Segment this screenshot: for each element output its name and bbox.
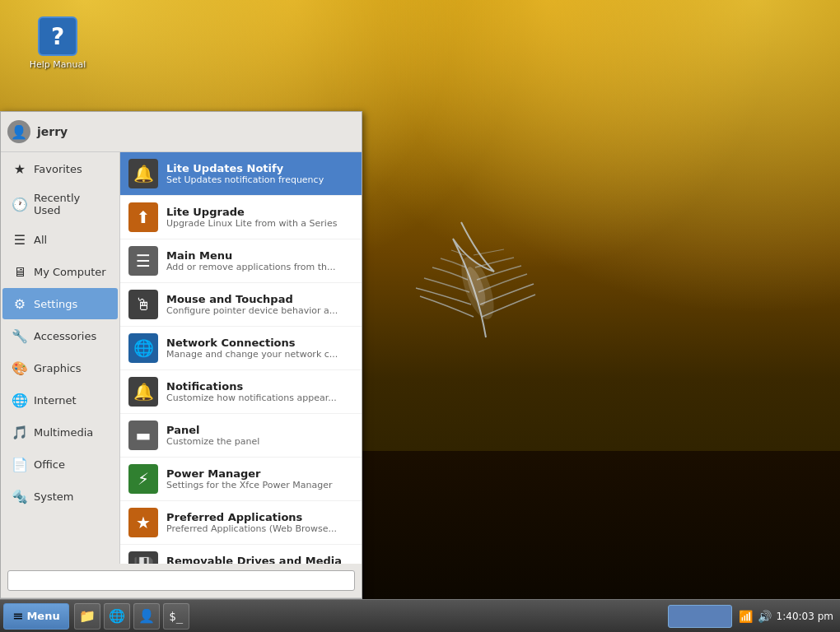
power-manager-icon: ⚡ — [128, 464, 158, 494]
lite-updates-notify-name: Lite Updates Notify — [166, 162, 353, 174]
power-manager-desc: Settings for the Xfce Power Manager — [166, 480, 353, 490]
user-manager-icon: 👤 — [138, 608, 155, 624]
main-menu-name: Main Menu — [166, 249, 353, 262]
removable-drives-name: Removable Drives and Media — [166, 555, 353, 564]
app-item-removable-drives[interactable]: 💾 Removable Drives and Media Configure m… — [120, 545, 362, 564]
app-item-lite-upgrade[interactable]: ⬆ Lite Upgrade Upgrade Linux Lite from w… — [120, 196, 362, 239]
taskbar-systray: 📶 🔊 1:40:03 pm — [732, 610, 840, 623]
recently-used-label: Recently Used — [34, 192, 110, 216]
system-label: System — [34, 490, 73, 503]
start-label: Menu — [26, 610, 59, 622]
help-manual-label: Help Manual — [30, 59, 86, 70]
my-computer-icon: 🖥 — [11, 263, 29, 281]
mouse-touchpad-icon: 🖱 — [128, 290, 158, 319]
power-manager-name: Power Manager — [166, 467, 353, 480]
app-item-panel[interactable]: ▬ Panel Customize the panel — [120, 414, 362, 458]
favorites-label: Favorites — [34, 163, 82, 175]
lite-upgrade-name: Lite Upgrade — [166, 206, 353, 218]
network-connections-name: Network Connections — [166, 337, 353, 349]
menu-search-bar — [1, 564, 362, 598]
sidebar-item-settings[interactable]: ⚙ Settings — [2, 288, 118, 319]
app-item-preferred-applications[interactable]: ★ Preferred Applications Preferred Appli… — [120, 501, 362, 545]
search-input[interactable] — [7, 570, 355, 591]
sidebar-item-internet[interactable]: 🌐 Internet — [2, 384, 118, 416]
user-avatar: 👤 — [7, 120, 30, 143]
notifications-desc: Customize how notifications appear... — [166, 393, 353, 403]
notifications-icon: 🔔 — [128, 377, 158, 407]
recently-used-icon: 🕐 — [11, 195, 29, 213]
app-item-lite-updates-notify[interactable]: 🔔 Lite Updates Notify Set Updates notifi… — [120, 152, 362, 196]
taskbar-web-browser[interactable]: 🌐 — [104, 603, 130, 630]
taskbar-user-manager[interactable]: 👤 — [133, 603, 160, 630]
help-manual-icon[interactable]: ? Help Manual — [25, 16, 91, 70]
menu-sidebar: ★ Favorites 🕐 Recently Used ☰ All 🖥 My C… — [1, 152, 120, 564]
sidebar-item-favorites[interactable]: ★ Favorites — [2, 153, 118, 184]
internet-icon: 🌐 — [11, 391, 29, 409]
my-computer-label: My Computer — [34, 266, 106, 278]
menu-user-header: 👤 jerry — [1, 112, 362, 152]
network-icon[interactable]: 📶 — [739, 610, 753, 623]
accessories-icon: 🔧 — [11, 327, 29, 345]
mouse-touchpad-desc: Configure pointer device behavior a... — [166, 305, 353, 316]
taskbar-file-manager[interactable]: 📁 — [74, 603, 100, 630]
graphics-icon: 🎨 — [11, 359, 29, 377]
sidebar-item-accessories[interactable]: 🔧 Accessories — [2, 320, 118, 351]
removable-drives-icon: 💾 — [128, 551, 158, 564]
sidebar-item-multimedia[interactable]: 🎵 Multimedia — [2, 416, 118, 448]
active-window[interactable] — [668, 605, 732, 628]
username: jerry — [37, 125, 68, 138]
notifications-info: Notifications Customize how notification… — [166, 380, 353, 403]
settings-label: Settings — [34, 298, 77, 310]
taskbar: ≡ Menu 📁 🌐 👤 $_ 📶 🔊 1:40:03 pm — [0, 599, 840, 632]
web-browser-icon: 🌐 — [109, 608, 125, 624]
preferred-applications-icon: ★ — [128, 508, 158, 537]
help-manual-img: ? — [38, 16, 77, 56]
file-manager-icon: 📁 — [79, 608, 96, 624]
sidebar-item-graphics[interactable]: 🎨 Graphics — [2, 352, 118, 383]
main-menu-icon: ☰ — [128, 246, 158, 276]
accessories-label: Accessories — [34, 330, 96, 342]
settings-icon: ⚙ — [11, 295, 29, 313]
application-menu: 👤 jerry ★ Favorites 🕐 Recently Used ☰ Al… — [0, 111, 362, 599]
app-item-network-connections[interactable]: 🌐 Network Connections Manage and change … — [120, 327, 362, 370]
multimedia-icon: 🎵 — [11, 423, 29, 441]
menu-apps-panel: 🔔 Lite Updates Notify Set Updates notifi… — [120, 152, 362, 564]
volume-icon[interactable]: 🔊 — [758, 610, 772, 623]
mouse-touchpad-info: Mouse and Touchpad Configure pointer dev… — [166, 293, 353, 316]
sidebar-item-recently-used[interactable]: 🕐 Recently Used — [2, 185, 118, 223]
sidebar-item-system[interactable]: 🔩 System — [2, 481, 118, 512]
all-label: All — [34, 234, 47, 246]
network-connections-desc: Manage and change your network c... — [166, 349, 353, 360]
preferred-applications-name: Preferred Applications — [166, 511, 353, 523]
preferred-applications-info: Preferred Applications Preferred Applica… — [166, 511, 353, 534]
lite-updates-notify-icon: 🔔 — [128, 159, 158, 188]
panel-desc: Customize the panel — [166, 436, 353, 447]
preferred-applications-desc: Preferred Applications (Web Browse... — [166, 523, 353, 534]
start-button[interactable]: ≡ Menu — [3, 603, 69, 630]
app-item-main-menu[interactable]: ☰ Main Menu Add or remove applications f… — [120, 239, 362, 283]
sidebar-item-all[interactable]: ☰ All — [2, 224, 118, 255]
taskbar-terminal[interactable]: $_ — [163, 603, 189, 630]
panel-info: Panel Customize the panel — [166, 424, 353, 447]
feather-decoration — [404, 189, 568, 354]
power-manager-info: Power Manager Settings for the Xfce Powe… — [166, 467, 353, 490]
graphics-label: Graphics — [34, 362, 81, 374]
lite-updates-notify-desc: Set Updates notification frequency — [166, 174, 353, 185]
office-icon: 📄 — [11, 455, 29, 473]
system-clock: 1:40:03 pm — [777, 611, 833, 622]
office-label: Office — [34, 458, 65, 471]
app-item-mouse-touchpad[interactable]: 🖱 Mouse and Touchpad Configure pointer d… — [120, 283, 362, 327]
terminal-icon: $_ — [169, 610, 183, 623]
sidebar-item-my-computer[interactable]: 🖥 My Computer — [2, 256, 118, 287]
notifications-name: Notifications — [166, 380, 353, 393]
sidebar-item-office[interactable]: 📄 Office — [2, 448, 118, 480]
desktop: ? Help Manual 👤 jerry ★ Favorites 🕐 Rece… — [0, 0, 840, 632]
lite-upgrade-icon: ⬆ — [128, 202, 158, 232]
multimedia-label: Multimedia — [34, 426, 93, 439]
lite-upgrade-desc: Upgrade Linux Lite from with a Series — [166, 218, 353, 229]
menu-content: ★ Favorites 🕐 Recently Used ☰ All 🖥 My C… — [1, 152, 362, 564]
lite-upgrade-info: Lite Upgrade Upgrade Linux Lite from wit… — [166, 206, 353, 229]
app-item-notifications[interactable]: 🔔 Notifications Customize how notificati… — [120, 370, 362, 414]
removable-drives-info: Removable Drives and Media Configure man… — [166, 555, 353, 564]
app-item-power-manager[interactable]: ⚡ Power Manager Settings for the Xfce Po… — [120, 458, 362, 501]
